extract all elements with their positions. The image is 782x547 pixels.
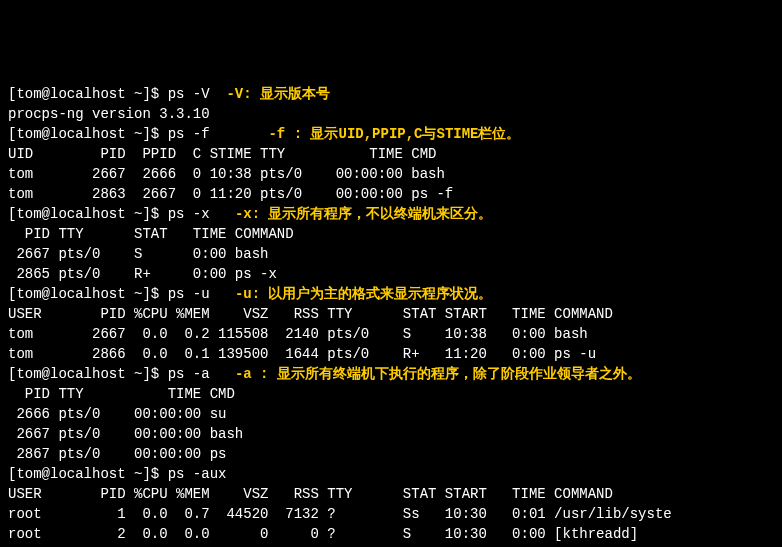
command-input[interactable]: ps -aux	[168, 466, 227, 482]
psf-header: UID PID PPID C STIME TTY TIME CMD	[8, 146, 436, 162]
psaux-row: root 2 0.0 0.0 0 0 ? S 10:30 0:00 [kthre…	[8, 526, 638, 542]
command-input[interactable]: ps -u	[168, 286, 210, 302]
psx-row: 2667 pts/0 S 0:00 bash	[8, 246, 268, 262]
psu-header: USER PID %CPU %MEM VSZ RSS TTY STAT STAR…	[8, 306, 613, 322]
psf-row: tom 2863 2667 0 11:20 pts/0 00:00:00 ps …	[8, 186, 453, 202]
psaux-header: USER PID %CPU %MEM VSZ RSS TTY STAT STAR…	[8, 486, 613, 502]
command-input[interactable]: ps -f	[168, 126, 210, 142]
psa-row: 2867 pts/0 00:00:00 ps	[8, 446, 226, 462]
command-input[interactable]: ps -a	[168, 366, 210, 382]
shell-prompt: [tom@localhost ~]$	[8, 206, 168, 222]
psx-row: 2865 pts/0 R+ 0:00 ps -x	[8, 266, 277, 282]
psaux-row: root 1 0.0 0.7 44520 7132 ? Ss 10:30 0:0…	[8, 506, 672, 522]
psx-header: PID TTY STAT TIME COMMAND	[8, 226, 294, 242]
version-line: procps-ng version 3.3.10	[8, 106, 210, 122]
psa-header: PID TTY TIME CMD	[8, 386, 235, 402]
shell-prompt: [tom@localhost ~]$	[8, 86, 168, 102]
shell-prompt: [tom@localhost ~]$	[8, 286, 168, 302]
annotation-a: -a : 显示所有终端机下执行的程序，除了阶段作业领导者之外。	[235, 366, 641, 382]
annotation-x: -x: 显示所有程序，不以终端机来区分。	[235, 206, 493, 222]
psu-row: tom 2866 0.0 0.1 139500 1644 pts/0 R+ 11…	[8, 346, 596, 362]
annotation-f: -f : 显示UID,PPIP,C与STIME栏位。	[268, 126, 520, 142]
annotation-u: -u: 以用户为主的格式来显示程序状况。	[235, 286, 493, 302]
psu-row: tom 2667 0.0 0.2 115508 2140 pts/0 S 10:…	[8, 326, 588, 342]
command-input[interactable]: ps -V	[168, 86, 210, 102]
psa-row: 2667 pts/0 00:00:00 bash	[8, 426, 243, 442]
shell-prompt: [tom@localhost ~]$	[8, 466, 168, 482]
annotation-V: -V: 显示版本号	[226, 86, 330, 102]
terminal[interactable]: [tom@localhost ~]$ ps -V -V: 显示版本号 procp…	[8, 84, 774, 547]
psa-row: 2666 pts/0 00:00:00 su	[8, 406, 226, 422]
shell-prompt: [tom@localhost ~]$	[8, 366, 168, 382]
command-input[interactable]: ps -x	[168, 206, 210, 222]
shell-prompt: [tom@localhost ~]$	[8, 126, 168, 142]
psf-row: tom 2667 2666 0 10:38 pts/0 00:00:00 bas…	[8, 166, 445, 182]
